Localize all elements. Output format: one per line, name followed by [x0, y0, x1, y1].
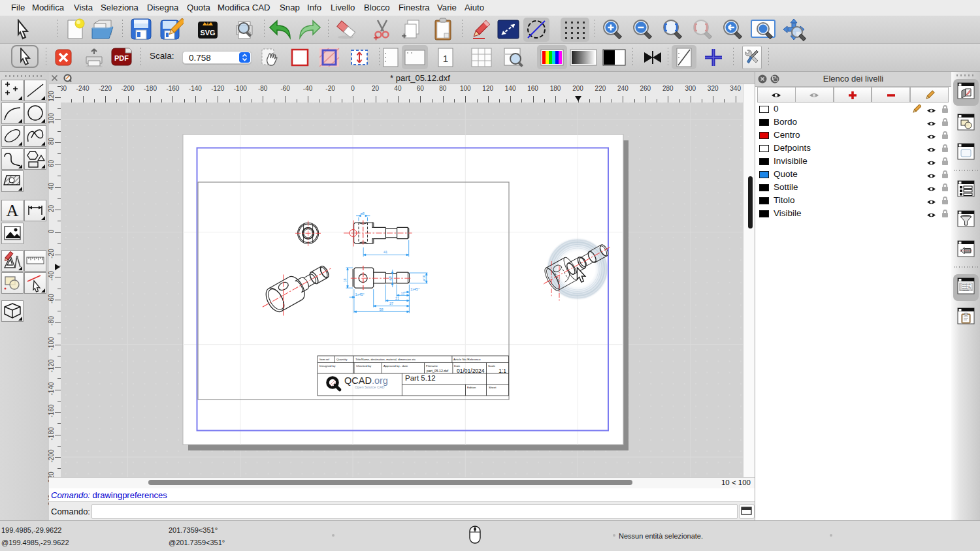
svg-text:ø8: ø8 [361, 212, 365, 215]
svg-text:41: 41 [384, 250, 387, 254]
svg-text:01/01/2024: 01/01/2024 [457, 368, 485, 374]
svg-text:Scale: Scale [488, 364, 496, 368]
svg-text:11: 11 [401, 291, 405, 295]
svg-text:part_05.12.dxf: part_05.12.dxf [427, 369, 449, 373]
svg-text:Title/Name, destination, mater: Title/Name, destination, material, dimen… [355, 358, 416, 361]
svg-text:Edition: Edition [467, 386, 476, 389]
svg-text:Checked by: Checked by [356, 364, 372, 368]
svg-text:Article No./Reference: Article No./Reference [453, 358, 481, 361]
svg-text:Designed by: Designed by [319, 364, 336, 368]
svg-text:21: 21 [395, 296, 399, 300]
svg-text:Item ref: Item ref [319, 358, 330, 361]
svg-text:ø10: ø10 [422, 275, 426, 281]
svg-text:A: A [6, 201, 18, 220]
svg-text:Approved by - date: Approved by - date [384, 364, 408, 368]
svg-text:1:1: 1:1 [498, 368, 506, 374]
svg-text:ø8: ø8 [388, 276, 392, 280]
svg-text:Sheet: Sheet [489, 386, 497, 389]
svg-text:> comando: > comando [960, 289, 969, 292]
svg-text:37: 37 [389, 302, 393, 306]
svg-text:QCAD.org: QCAD.org [344, 375, 388, 386]
svg-text:Comando 123: Comando 123 [960, 287, 972, 290]
svg-text:1: 1 [443, 53, 448, 64]
svg-text:Open Source CAD: Open Source CAD [355, 385, 385, 389]
svg-text:SVG: SVG [200, 29, 215, 37]
svg-text:PDF: PDF [114, 54, 129, 62]
svg-text:1x45°: 1x45° [410, 287, 419, 291]
svg-text:Filename: Filename [426, 364, 438, 368]
svg-text:18: 18 [343, 278, 347, 282]
svg-text:1x45°: 1x45° [355, 292, 365, 296]
svg-text:Quantity: Quantity [336, 358, 348, 361]
svg-text:Part 5.12: Part 5.12 [405, 374, 436, 382]
svg-text:58: 58 [380, 307, 384, 311]
